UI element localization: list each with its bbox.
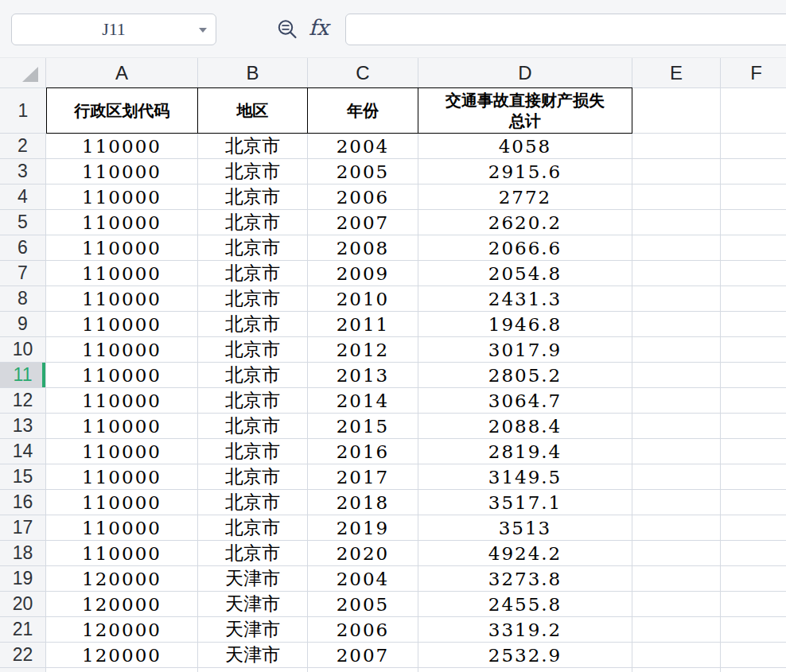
- cell-D8[interactable]: 2431.3: [418, 286, 632, 312]
- cell-A21[interactable]: 120000: [46, 617, 198, 643]
- fx-icon[interactable]: fx: [309, 15, 329, 40]
- cell-D1[interactable]: 交通事故直接财产损失总计: [418, 87, 632, 134]
- column-header-C[interactable]: C: [308, 58, 418, 88]
- cell-F16[interactable]: [721, 490, 786, 515]
- cell-D4[interactable]: 2772: [418, 185, 632, 210]
- cell-A9[interactable]: 110000: [46, 312, 198, 337]
- cell-E8[interactable]: [632, 286, 721, 312]
- cell-B7[interactable]: 北京市: [198, 261, 308, 286]
- cell-D10[interactable]: 3017.9: [418, 337, 632, 363]
- cell-E10[interactable]: [632, 337, 721, 363]
- cell-E14[interactable]: [632, 439, 721, 464]
- cell-F9[interactable]: [721, 312, 786, 337]
- formula-bar-input[interactable]: [345, 14, 786, 45]
- cell-F19[interactable]: [721, 566, 786, 592]
- cell-C3[interactable]: 2005: [308, 159, 418, 185]
- cell-A2[interactable]: 110000: [46, 134, 198, 159]
- cell-A7[interactable]: 110000: [46, 261, 198, 286]
- cell-A22[interactable]: 120000: [46, 643, 198, 668]
- cell-D21[interactable]: 3319.2: [418, 617, 632, 643]
- cell-D6[interactable]: 2066.6: [418, 235, 632, 261]
- cell-C9[interactable]: 2011: [308, 312, 418, 337]
- cell-C15[interactable]: 2017: [308, 464, 418, 490]
- cell-F17[interactable]: [721, 515, 786, 541]
- cell-B21[interactable]: 天津市: [198, 617, 308, 643]
- cell-E16[interactable]: [632, 490, 721, 515]
- cell-D2[interactable]: 4058: [418, 134, 632, 159]
- cell-E3[interactable]: [632, 159, 721, 185]
- cell-B16[interactable]: 北京市: [198, 490, 308, 515]
- cell-D16[interactable]: 3517.1: [418, 490, 632, 515]
- row-header-21[interactable]: 21: [0, 617, 46, 643]
- cell-E17[interactable]: [632, 515, 721, 541]
- row-header-23[interactable]: [0, 668, 46, 672]
- row-header-15[interactable]: 15: [0, 464, 46, 490]
- cell-B15[interactable]: 北京市: [198, 464, 308, 490]
- cell-C2[interactable]: 2004: [308, 134, 418, 159]
- cell-A16[interactable]: 110000: [46, 490, 198, 515]
- cell-B12[interactable]: 北京市: [198, 388, 308, 414]
- cell-E2[interactable]: [632, 134, 721, 159]
- cell-E20[interactable]: [632, 592, 721, 617]
- cell-C5[interactable]: 2007: [308, 210, 418, 235]
- cell-A20[interactable]: 120000: [46, 592, 198, 617]
- cell-B18[interactable]: 北京市: [198, 541, 308, 566]
- cell-B9[interactable]: 北京市: [198, 312, 308, 337]
- cell-E4[interactable]: [632, 185, 721, 210]
- row-header-8[interactable]: 8: [0, 286, 46, 312]
- cell-D14[interactable]: 2819.4: [418, 439, 632, 464]
- cell-A5[interactable]: 110000: [46, 210, 198, 235]
- row-header-1[interactable]: 1: [0, 87, 46, 134]
- cell-D20[interactable]: 2455.8: [418, 592, 632, 617]
- row-header-22[interactable]: 22: [0, 643, 46, 668]
- cell-F22[interactable]: [721, 643, 786, 668]
- cell-A19[interactable]: 120000: [46, 566, 198, 592]
- cell-F21[interactable]: [721, 617, 786, 643]
- cell-F1[interactable]: [721, 87, 786, 134]
- cell-E6[interactable]: [632, 235, 721, 261]
- cell-C18[interactable]: 2020: [308, 541, 418, 566]
- cell-C20[interactable]: 2005: [308, 592, 418, 617]
- row-header-4[interactable]: 4: [0, 185, 46, 210]
- cell-F15[interactable]: [721, 464, 786, 490]
- cell-D9[interactable]: 1946.8: [418, 312, 632, 337]
- cell-A10[interactable]: 110000: [46, 337, 198, 363]
- cell-D23[interactable]: [418, 668, 632, 672]
- cell-C11[interactable]: 2013: [308, 363, 418, 388]
- cell-B6[interactable]: 北京市: [198, 235, 308, 261]
- row-header-13[interactable]: 13: [0, 414, 46, 439]
- cell-A15[interactable]: 110000: [46, 464, 198, 490]
- cell-B2[interactable]: 北京市: [198, 134, 308, 159]
- cell-C13[interactable]: 2015: [308, 414, 418, 439]
- cell-D18[interactable]: 4924.2: [418, 541, 632, 566]
- name-box[interactable]: J11: [11, 14, 216, 45]
- column-header-A[interactable]: A: [46, 58, 198, 88]
- cell-A11[interactable]: 110000: [46, 363, 198, 388]
- cell-C12[interactable]: 2014: [308, 388, 418, 414]
- row-header-11[interactable]: 11: [0, 363, 46, 388]
- cell-E5[interactable]: [632, 210, 721, 235]
- cell-C19[interactable]: 2004: [308, 566, 418, 592]
- cell-F12[interactable]: [721, 388, 786, 414]
- cell-C14[interactable]: 2016: [308, 439, 418, 464]
- cell-C1[interactable]: 年份: [308, 87, 418, 134]
- cell-D17[interactable]: 3513: [418, 515, 632, 541]
- row-header-17[interactable]: 17: [0, 515, 46, 541]
- cell-F2[interactable]: [721, 134, 786, 159]
- cell-B3[interactable]: 北京市: [198, 159, 308, 185]
- row-header-19[interactable]: 19: [0, 566, 46, 592]
- cell-E9[interactable]: [632, 312, 721, 337]
- cell-A18[interactable]: 110000: [46, 541, 198, 566]
- cell-C17[interactable]: 2019: [308, 515, 418, 541]
- cell-E22[interactable]: [632, 643, 721, 668]
- row-header-14[interactable]: 14: [0, 439, 46, 464]
- cell-B17[interactable]: 北京市: [198, 515, 308, 541]
- cell-A14[interactable]: 110000: [46, 439, 198, 464]
- cell-A8[interactable]: 110000: [46, 286, 198, 312]
- cell-E7[interactable]: [632, 261, 721, 286]
- cell-F13[interactable]: [721, 414, 786, 439]
- cell-A13[interactable]: 110000: [46, 414, 198, 439]
- row-header-5[interactable]: 5: [0, 210, 46, 235]
- cell-C22[interactable]: 2007: [308, 643, 418, 668]
- cell-E23[interactable]: [632, 668, 721, 672]
